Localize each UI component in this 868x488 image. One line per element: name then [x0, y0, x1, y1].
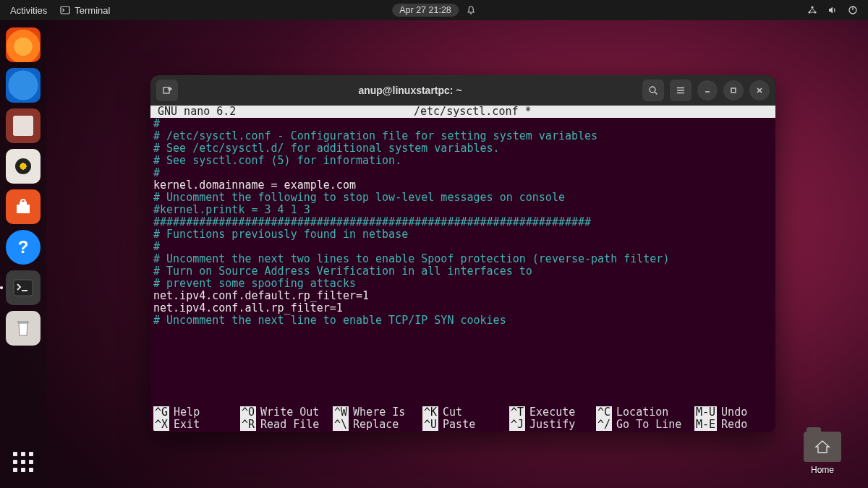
- shortcut-label: Exit: [169, 419, 200, 431]
- nano-shortcut: ^U Paste: [422, 419, 509, 431]
- nano-editor[interactable]: GNU nano 6.2 /etc/sysctl.conf * ## /etc/…: [150, 106, 775, 432]
- clock[interactable]: Apr 27 21:28: [392, 4, 459, 17]
- shortcut-key: M-U: [694, 406, 717, 419]
- nano-line: kernel.domainname = example.com: [153, 179, 773, 192]
- dock-firefox[interactable]: [6, 27, 41, 62]
- minimize-icon: [703, 86, 712, 95]
- shortcut-key: ^C: [596, 406, 612, 419]
- nano-shortcut: ^J Justify: [509, 419, 596, 431]
- nano-filename: /etc/sysctl.conf *: [414, 106, 773, 118]
- shortcut-key: ^R: [240, 419, 256, 431]
- nano-shortcut: ^O Write Out: [240, 406, 333, 419]
- shortcut-label: Execute: [525, 406, 575, 419]
- shortcut-label: Location: [612, 406, 668, 419]
- desktop-home-label: Home: [811, 465, 834, 475]
- shortcut-key: ^U: [422, 419, 438, 431]
- shortcut-key: M-E: [694, 419, 717, 431]
- shortcut-key: ^T: [509, 406, 525, 419]
- nano-shortcut: ^\ Replace: [333, 419, 422, 431]
- maximize-button[interactable]: [723, 80, 744, 100]
- nano-line: # Uncomment the following to stop low-le…: [153, 192, 773, 204]
- close-icon: [755, 86, 764, 95]
- shortcut-label: Undo: [717, 406, 747, 419]
- shortcut-label: Go To Line: [612, 419, 681, 431]
- show-applications-button[interactable]: [6, 445, 41, 479]
- nano-app-label: GNU nano 6.2: [153, 106, 414, 118]
- nano-line: # Functions previously found in netbase: [153, 228, 773, 241]
- new-tab-button[interactable]: [156, 80, 178, 101]
- svg-line-13: [655, 92, 658, 95]
- svg-point-1: [811, 6, 813, 8]
- dock-trash[interactable]: [6, 311, 41, 346]
- shortcut-key: ^X: [153, 419, 169, 431]
- shortcut-key: ^K: [422, 406, 438, 419]
- nano-text-area[interactable]: ## /etc/sysctl.conf - Configuration file…: [150, 118, 775, 406]
- svg-rect-8: [17, 321, 29, 323]
- nano-line: net.ipv4.conf.all.rp_filter=1: [153, 302, 773, 314]
- window-title: anup@linuxstartpc: ~: [184, 85, 637, 96]
- dock-software[interactable]: [6, 189, 41, 224]
- activities-button[interactable]: Activities: [10, 5, 47, 16]
- nano-line: #: [153, 118, 773, 130]
- maximize-icon: [729, 86, 738, 95]
- nano-shortcut: ^R Read File: [240, 419, 333, 431]
- nano-shortcut: ^W Where Is: [333, 406, 422, 419]
- active-app-label: Terminal: [75, 5, 110, 16]
- svg-rect-18: [731, 88, 736, 93]
- shortcut-key: ^/: [596, 419, 612, 431]
- nano-line: # Uncomment the next two lines to enable…: [153, 253, 773, 265]
- home-icon: [814, 440, 830, 454]
- shortcut-key: ^J: [509, 419, 525, 431]
- dock-thunderbird[interactable]: [6, 68, 41, 103]
- nano-line: #: [153, 241, 773, 253]
- power-icon[interactable]: [848, 5, 858, 15]
- active-app-indicator[interactable]: Terminal: [60, 5, 110, 16]
- nano-shortcut: ^C Location: [596, 406, 694, 419]
- svg-rect-6: [14, 280, 33, 296]
- nano-shortcut: M-E Redo: [694, 419, 760, 431]
- search-button[interactable]: [642, 80, 664, 101]
- nano-shortcut: M-U Undo: [694, 406, 760, 419]
- shortcut-label: Write Out: [256, 406, 319, 419]
- nano-line: # /etc/sysctl.conf - Configuration file …: [153, 130, 773, 142]
- shortcut-label: Justify: [525, 419, 575, 431]
- dock-help[interactable]: ?: [6, 230, 41, 265]
- nano-line: # See sysctl.conf (5) for information.: [153, 155, 773, 167]
- dock-terminal[interactable]: [6, 270, 41, 305]
- nano-shortcut: ^G Help: [153, 406, 240, 419]
- network-icon[interactable]: [807, 5, 817, 15]
- shortcut-label: Replace: [349, 419, 399, 431]
- nano-line: # Uncomment the next line to enable TCP/…: [153, 314, 773, 327]
- minimize-button[interactable]: [697, 80, 718, 100]
- nano-line: #kernel.printk = 3 4 1 3: [153, 204, 773, 216]
- svg-rect-0: [61, 7, 69, 14]
- nano-line: #: [153, 167, 773, 179]
- nano-line: # See /etc/sysctl.d/ for additional syst…: [153, 142, 773, 155]
- nano-shortcut-bar: ^G Help ^O Write Out ^W Where Is ^K Cut …: [150, 406, 775, 432]
- shortcut-label: Where Is: [349, 406, 405, 419]
- nano-line: # Turn on Source Address Verification in…: [153, 265, 773, 278]
- nano-line: net.ipv4.conf.default.rp_filter=1: [153, 290, 773, 302]
- shortcut-label: Redo: [717, 419, 747, 431]
- close-button[interactable]: [749, 80, 770, 100]
- search-icon: [648, 85, 658, 95]
- shortcut-key: ^O: [240, 406, 256, 419]
- dock-files[interactable]: [6, 108, 41, 143]
- menu-button[interactable]: [670, 80, 692, 101]
- nano-shortcut: ^/ Go To Line: [596, 419, 694, 431]
- dock: ?: [0, 20, 46, 488]
- top-panel: Activities Terminal Apr 27 21:28: [0, 0, 868, 20]
- shortcut-key: ^W: [333, 406, 349, 419]
- dock-rhythmbox[interactable]: [6, 149, 41, 184]
- nano-shortcut: ^K Cut: [422, 406, 509, 419]
- shortcut-key: ^G: [153, 406, 169, 419]
- svg-point-3: [814, 11, 816, 13]
- terminal-window: anup@linuxstartpc: ~ GNU nano 6.2 /etc/s…: [150, 75, 775, 432]
- notifications-icon[interactable]: [466, 5, 476, 15]
- volume-icon[interactable]: [827, 5, 838, 15]
- desktop-home-folder[interactable]: Home: [797, 432, 848, 475]
- titlebar[interactable]: anup@linuxstartpc: ~: [150, 75, 775, 106]
- shortcut-label: Help: [169, 406, 200, 419]
- shortcut-key: ^\: [333, 419, 349, 431]
- svg-point-2: [808, 11, 810, 13]
